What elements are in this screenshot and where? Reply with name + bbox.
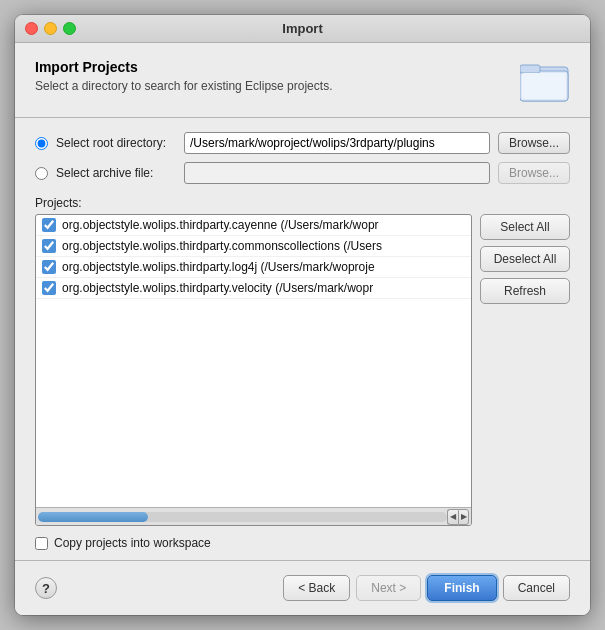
main-content: Import Projects Select a directory to se… (15, 43, 590, 560)
close-button[interactable] (25, 22, 38, 35)
svg-rect-3 (522, 73, 566, 99)
archive-browse-button[interactable]: Browse... (498, 162, 570, 184)
root-directory-row: Select root directory: Browse... (35, 132, 570, 154)
help-button[interactable]: ? (35, 577, 57, 599)
archive-file-radio[interactable] (35, 167, 48, 180)
refresh-button[interactable]: Refresh (480, 278, 570, 304)
root-directory-label: Select root directory: (56, 136, 176, 150)
page-title: Import Projects (35, 59, 332, 75)
footer-left: ? (35, 577, 57, 599)
svg-rect-2 (520, 65, 540, 73)
projects-label: Projects: (35, 196, 570, 210)
project-item-label: org.objectstyle.wolips.thirdparty.cayenn… (62, 218, 379, 232)
list-item: org.objectstyle.wolips.thirdparty.cayenn… (36, 215, 471, 236)
import-dialog: Import Import Projects Select a director… (15, 15, 590, 615)
project-item-label: org.objectstyle.wolips.thirdparty.log4j … (62, 260, 375, 274)
cancel-button[interactable]: Cancel (503, 575, 570, 601)
project-item-label: org.objectstyle.wolips.thirdparty.veloci… (62, 281, 373, 295)
minimize-button[interactable] (44, 22, 57, 35)
list-items: org.objectstyle.wolips.thirdparty.cayenn… (36, 215, 471, 507)
copy-label: Copy projects into workspace (54, 536, 211, 550)
scroll-right-arrow[interactable]: ▶ (458, 509, 469, 525)
separator-top (15, 117, 590, 118)
back-button[interactable]: < Back (283, 575, 350, 601)
next-button[interactable]: Next > (356, 575, 421, 601)
root-directory-input[interactable] (184, 132, 490, 154)
scroll-left-arrow[interactable]: ◀ (447, 509, 458, 525)
project-item-label: org.objectstyle.wolips.thirdparty.common… (62, 239, 382, 253)
deselect-all-button[interactable]: Deselect All (480, 246, 570, 272)
window-title: Import (282, 21, 322, 36)
copy-checkbox[interactable] (35, 537, 48, 550)
archive-file-input[interactable] (184, 162, 490, 184)
footer-nav: < Back Next > Finish Cancel (283, 575, 570, 601)
header-section: Import Projects Select a directory to se… (35, 59, 570, 103)
maximize-button[interactable] (63, 22, 76, 35)
hscroll-thumb[interactable] (38, 512, 148, 522)
sidebar-buttons: Select All Deselect All Refresh (480, 214, 570, 526)
project-checkbox-3[interactable] (42, 281, 56, 295)
root-directory-radio[interactable] (35, 137, 48, 150)
finish-button[interactable]: Finish (427, 575, 496, 601)
copy-checkbox-row: Copy projects into workspace (35, 536, 570, 550)
folder-icon (520, 59, 570, 103)
form-section: Select root directory: Browse... Select … (35, 132, 570, 184)
list-item: org.objectstyle.wolips.thirdparty.common… (36, 236, 471, 257)
select-all-button[interactable]: Select All (480, 214, 570, 240)
projects-list: org.objectstyle.wolips.thirdparty.cayenn… (35, 214, 472, 526)
project-checkbox-2[interactable] (42, 260, 56, 274)
scrollbar-area: ◀ ▶ (36, 507, 471, 525)
page-subtitle: Select a directory to search for existin… (35, 79, 332, 93)
titlebar: Import (15, 15, 590, 43)
project-checkbox-1[interactable] (42, 239, 56, 253)
archive-file-label: Select archive file: (56, 166, 176, 180)
header-text: Import Projects Select a directory to se… (35, 59, 332, 93)
hscroll-track (38, 512, 447, 522)
archive-file-row: Select archive file: Browse... (35, 162, 570, 184)
list-item: org.objectstyle.wolips.thirdparty.log4j … (36, 257, 471, 278)
footer: ? < Back Next > Finish Cancel (15, 561, 590, 615)
projects-area: org.objectstyle.wolips.thirdparty.cayenn… (35, 214, 570, 526)
list-item: org.objectstyle.wolips.thirdparty.veloci… (36, 278, 471, 299)
traffic-lights (25, 22, 76, 35)
scroll-arrows: ◀ ▶ (447, 509, 469, 525)
project-checkbox-0[interactable] (42, 218, 56, 232)
root-browse-button[interactable]: Browse... (498, 132, 570, 154)
